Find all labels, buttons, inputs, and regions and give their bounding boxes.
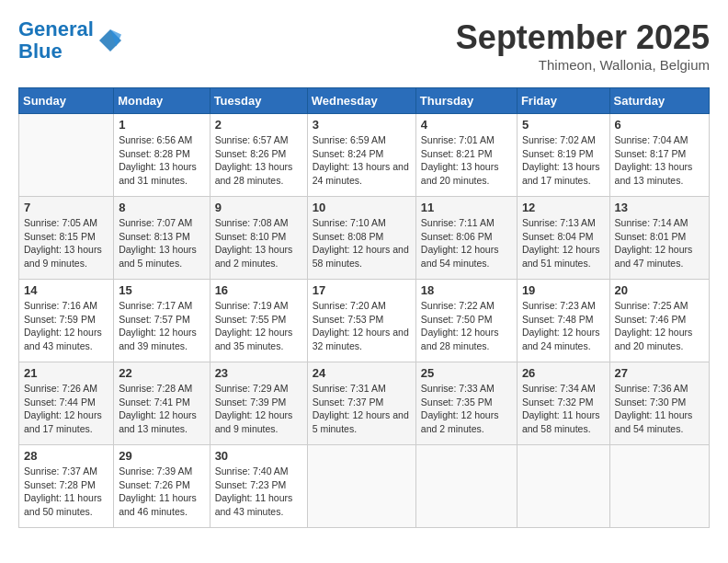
- day-info: Sunrise: 7:11 AMSunset: 8:06 PMDaylight:…: [421, 216, 512, 270]
- day-info: Sunrise: 7:20 AMSunset: 7:53 PMDaylight:…: [313, 299, 411, 353]
- day-info: Sunrise: 7:17 AMSunset: 7:57 PMDaylight:…: [119, 299, 204, 353]
- day-number: 19: [522, 283, 605, 297]
- day-info: Sunrise: 6:56 AMSunset: 8:28 PMDaylight:…: [119, 133, 204, 188]
- calendar-week-1: 1Sunrise: 6:56 AMSunset: 8:28 PMDaylight…: [19, 114, 710, 197]
- logo-icon: [96, 26, 125, 55]
- day-info: Sunrise: 7:22 AMSunset: 7:50 PMDaylight:…: [421, 299, 512, 353]
- day-number: 9: [215, 201, 302, 214]
- column-header-sunday: Sunday: [19, 88, 114, 114]
- day-info: Sunrise: 7:02 AMSunset: 8:19 PMDaylight:…: [522, 133, 605, 188]
- day-info: Sunrise: 7:39 AMSunset: 7:26 PMDaylight:…: [119, 465, 204, 519]
- day-number: 8: [119, 201, 204, 214]
- calendar-cell: 3Sunrise: 6:59 AMSunset: 8:24 PMDaylight…: [307, 114, 415, 197]
- day-info: Sunrise: 7:31 AMSunset: 7:37 PMDaylight:…: [313, 382, 411, 436]
- calendar-cell: [517, 445, 609, 528]
- calendar-header-row: SundayMondayTuesdayWednesdayThursdayFrid…: [19, 88, 710, 114]
- calendar-cell: 10Sunrise: 7:10 AMSunset: 8:08 PMDayligh…: [307, 197, 415, 280]
- location-subtitle: Thimeon, Wallonia, Belgium: [456, 57, 710, 73]
- column-header-saturday: Saturday: [609, 88, 709, 114]
- calendar-cell: 8Sunrise: 7:07 AMSunset: 8:13 PMDaylight…: [114, 197, 210, 280]
- day-number: 25: [421, 366, 512, 380]
- day-info: Sunrise: 7:04 AMSunset: 8:17 PMDaylight:…: [615, 133, 704, 188]
- day-info: Sunrise: 7:34 AMSunset: 7:32 PMDaylight:…: [522, 382, 605, 436]
- day-info: Sunrise: 7:14 AMSunset: 8:01 PMDaylight:…: [615, 216, 704, 270]
- day-number: 2: [215, 118, 302, 132]
- day-number: 20: [615, 283, 704, 297]
- day-number: 23: [215, 366, 302, 380]
- day-info: Sunrise: 7:19 AMSunset: 7:55 PMDaylight:…: [215, 299, 302, 353]
- day-number: 12: [522, 201, 605, 214]
- day-info: Sunrise: 7:10 AMSunset: 8:08 PMDaylight:…: [313, 216, 411, 270]
- calendar-cell: 17Sunrise: 7:20 AMSunset: 7:53 PMDayligh…: [307, 280, 415, 362]
- day-number: 11: [421, 201, 512, 214]
- calendar-cell: 30Sunrise: 7:40 AMSunset: 7:23 PMDayligh…: [210, 445, 307, 528]
- calendar-cell: 2Sunrise: 6:57 AMSunset: 8:26 PMDaylight…: [210, 114, 307, 197]
- day-number: 30: [215, 449, 302, 463]
- calendar-week-2: 7Sunrise: 7:05 AMSunset: 8:15 PMDaylight…: [19, 197, 710, 280]
- calendar-cell: [19, 114, 114, 197]
- day-number: 17: [313, 283, 411, 297]
- column-header-thursday: Thursday: [415, 88, 517, 114]
- title-block: September 2025 Thimeon, Wallonia, Belgiu…: [456, 18, 710, 73]
- calendar-cell: 23Sunrise: 7:29 AMSunset: 7:39 PMDayligh…: [210, 362, 307, 445]
- day-number: 27: [615, 366, 704, 380]
- day-info: Sunrise: 7:36 AMSunset: 7:30 PMDaylight:…: [615, 382, 704, 436]
- calendar-cell: 12Sunrise: 7:13 AMSunset: 8:04 PMDayligh…: [517, 197, 609, 280]
- column-header-friday: Friday: [517, 88, 609, 114]
- day-info: Sunrise: 7:13 AMSunset: 8:04 PMDaylight:…: [522, 216, 605, 270]
- calendar-cell: 21Sunrise: 7:26 AMSunset: 7:44 PMDayligh…: [19, 362, 114, 445]
- calendar-cell: [609, 445, 709, 528]
- day-info: Sunrise: 6:57 AMSunset: 8:26 PMDaylight:…: [215, 133, 302, 188]
- day-number: 29: [119, 449, 204, 463]
- calendar-week-5: 28Sunrise: 7:37 AMSunset: 7:28 PMDayligh…: [19, 445, 710, 528]
- calendar-cell: [415, 445, 517, 528]
- calendar-week-4: 21Sunrise: 7:26 AMSunset: 7:44 PMDayligh…: [19, 362, 710, 445]
- calendar-cell: 6Sunrise: 7:04 AMSunset: 8:17 PMDaylight…: [609, 114, 709, 197]
- calendar-cell: 19Sunrise: 7:23 AMSunset: 7:48 PMDayligh…: [517, 280, 609, 362]
- calendar-cell: 14Sunrise: 7:16 AMSunset: 7:59 PMDayligh…: [19, 280, 114, 362]
- day-number: 24: [313, 366, 411, 380]
- day-number: 4: [421, 118, 512, 132]
- day-info: Sunrise: 6:59 AMSunset: 8:24 PMDaylight:…: [313, 133, 411, 188]
- day-info: Sunrise: 7:23 AMSunset: 7:48 PMDaylight:…: [522, 299, 605, 353]
- day-number: 5: [522, 118, 605, 132]
- page-header: GeneralBlue September 2025 Thimeon, Wall…: [18, 18, 710, 73]
- calendar-cell: 1Sunrise: 6:56 AMSunset: 8:28 PMDaylight…: [114, 114, 210, 197]
- calendar-cell: 27Sunrise: 7:36 AMSunset: 7:30 PMDayligh…: [609, 362, 709, 445]
- calendar-cell: 20Sunrise: 7:25 AMSunset: 7:46 PMDayligh…: [609, 280, 709, 362]
- column-header-monday: Monday: [114, 88, 210, 114]
- day-number: 6: [615, 118, 704, 132]
- calendar-cell: 11Sunrise: 7:11 AMSunset: 8:06 PMDayligh…: [415, 197, 517, 280]
- day-info: Sunrise: 7:16 AMSunset: 7:59 PMDaylight:…: [24, 299, 108, 353]
- day-info: Sunrise: 7:26 AMSunset: 7:44 PMDaylight:…: [24, 382, 108, 436]
- day-number: 7: [24, 201, 108, 214]
- column-header-tuesday: Tuesday: [210, 88, 307, 114]
- calendar-body: 1Sunrise: 6:56 AMSunset: 8:28 PMDaylight…: [19, 114, 710, 528]
- day-info: Sunrise: 7:08 AMSunset: 8:10 PMDaylight:…: [215, 216, 302, 270]
- day-info: Sunrise: 7:28 AMSunset: 7:41 PMDaylight:…: [119, 382, 204, 436]
- day-number: 28: [24, 449, 108, 463]
- calendar-cell: 13Sunrise: 7:14 AMSunset: 8:01 PMDayligh…: [609, 197, 709, 280]
- calendar-cell: 5Sunrise: 7:02 AMSunset: 8:19 PMDaylight…: [517, 114, 609, 197]
- day-number: 10: [313, 201, 411, 214]
- calendar-table: SundayMondayTuesdayWednesdayThursdayFrid…: [18, 87, 710, 528]
- day-number: 13: [615, 201, 704, 214]
- calendar-cell: 26Sunrise: 7:34 AMSunset: 7:32 PMDayligh…: [517, 362, 609, 445]
- day-number: 21: [24, 366, 108, 380]
- day-info: Sunrise: 7:29 AMSunset: 7:39 PMDaylight:…: [215, 382, 302, 436]
- day-info: Sunrise: 7:01 AMSunset: 8:21 PMDaylight:…: [421, 133, 512, 188]
- calendar-cell: 22Sunrise: 7:28 AMSunset: 7:41 PMDayligh…: [114, 362, 210, 445]
- day-info: Sunrise: 7:25 AMSunset: 7:46 PMDaylight:…: [615, 299, 704, 353]
- calendar-cell: 29Sunrise: 7:39 AMSunset: 7:26 PMDayligh…: [114, 445, 210, 528]
- calendar-cell: 18Sunrise: 7:22 AMSunset: 7:50 PMDayligh…: [415, 280, 517, 362]
- calendar-week-3: 14Sunrise: 7:16 AMSunset: 7:59 PMDayligh…: [19, 280, 710, 362]
- calendar-cell: 25Sunrise: 7:33 AMSunset: 7:35 PMDayligh…: [415, 362, 517, 445]
- logo: GeneralBlue: [18, 18, 125, 63]
- day-number: 14: [24, 283, 108, 297]
- day-number: 1: [119, 118, 204, 132]
- day-number: 22: [119, 366, 204, 380]
- calendar-cell: 15Sunrise: 7:17 AMSunset: 7:57 PMDayligh…: [114, 280, 210, 362]
- day-info: Sunrise: 7:37 AMSunset: 7:28 PMDaylight:…: [24, 465, 108, 519]
- day-info: Sunrise: 7:05 AMSunset: 8:15 PMDaylight:…: [24, 216, 108, 270]
- month-title: September 2025: [456, 18, 710, 57]
